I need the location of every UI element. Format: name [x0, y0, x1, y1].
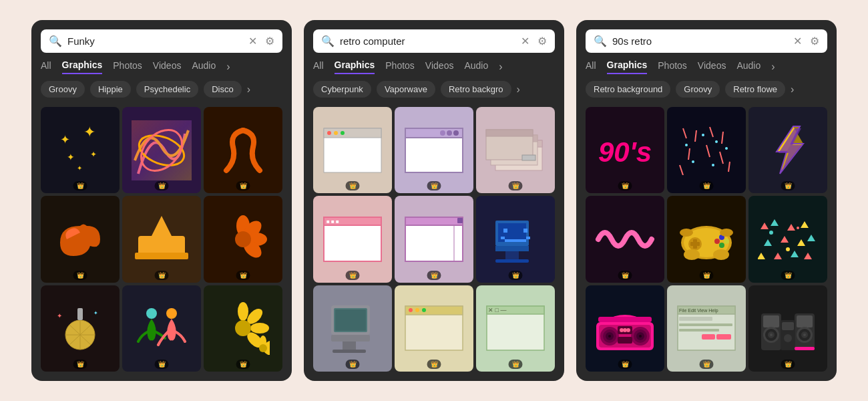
svg-rect-51 — [486, 130, 533, 136]
tab-audio[interactable]: Audio — [464, 60, 488, 74]
svg-rect-68 — [495, 246, 529, 251]
chip-disco[interactable]: Disco — [204, 81, 242, 98]
grid-item[interactable]: File Edit View Help 👑 — [667, 285, 746, 372]
svg-marker-127 — [758, 253, 765, 259]
grid-item[interactable]: 👑 — [476, 196, 555, 282]
grid-item[interactable]: 👑 — [204, 107, 282, 193]
chip-hippie[interactable]: Hippie — [90, 81, 131, 98]
svg-text:✦: ✦ — [67, 152, 75, 162]
grid-item[interactable]: 👑 — [748, 107, 827, 193]
svg-point-172 — [784, 334, 792, 342]
svg-marker-120 — [771, 219, 779, 226]
tabs-more[interactable]: › — [226, 61, 230, 73]
tab-all[interactable]: All — [41, 60, 51, 74]
grid-item[interactable]: 👑 — [122, 285, 201, 372]
grid-item[interactable]: ✕ □ — 👑 — [476, 285, 555, 372]
panels-container: 🔍 ✕ ⚙ All Graphics Photos Videos Audio ›… — [11, 0, 857, 401]
svg-point-115 — [680, 229, 693, 237]
chip-retro-bg[interactable]: Retro backgro — [441, 81, 511, 98]
tab-all[interactable]: All — [313, 60, 324, 74]
tab-audio[interactable]: Audio — [192, 60, 216, 74]
svg-rect-173 — [795, 347, 815, 350]
grid-item[interactable]: 👑 — [586, 196, 664, 282]
tab-audio[interactable]: Audio — [736, 60, 761, 74]
svg-rect-78 — [405, 306, 463, 315]
svg-point-118 — [713, 249, 729, 260]
svg-line-93 — [680, 165, 683, 175]
chip-retro-bg[interactable]: Retro background — [586, 81, 670, 98]
grid-item[interactable]: 👑 — [748, 285, 827, 372]
tab-graphics[interactable]: Graphics — [62, 59, 103, 74]
grid-item[interactable]: 👑 — [395, 107, 473, 193]
search-input-retro[interactable] — [340, 35, 515, 47]
tab-graphics[interactable]: Graphics — [607, 59, 648, 74]
grid-item[interactable]: 90's 👑 — [586, 107, 664, 193]
grid-item[interactable]: 👑 — [395, 196, 473, 282]
crown-badge: 👑 — [427, 271, 441, 280]
grid-item[interactable]: 👑 — [122, 107, 201, 193]
chips-more[interactable]: › — [247, 84, 250, 96]
chip-groovy[interactable]: Groovy — [41, 81, 85, 98]
svg-point-95 — [685, 144, 688, 146]
tab-videos[interactable]: Videos — [153, 60, 182, 74]
svg-marker-129 — [791, 251, 799, 257]
chip-retro-flower[interactable]: Retro flowe — [725, 81, 785, 98]
search-input-funky[interactable] — [67, 35, 243, 47]
search-icon: 🔍 — [321, 35, 335, 47]
svg-rect-52 — [522, 155, 535, 160]
chips-more[interactable]: › — [517, 84, 520, 96]
grid-item[interactable]: 👑 — [204, 285, 282, 372]
grid-item[interactable]: 👑 — [395, 285, 473, 372]
filter-icon[interactable]: ⚙ — [537, 35, 547, 47]
svg-marker-121 — [787, 224, 795, 231]
filter-icon[interactable]: ⚙ — [265, 35, 274, 47]
crown-badge: 👑 — [781, 360, 795, 369]
tab-videos[interactable]: Videos — [425, 60, 454, 74]
grid-item[interactable]: 👑 — [204, 196, 282, 282]
svg-line-94 — [728, 162, 730, 172]
search-bar-funky: 🔍 ✕ ⚙ — [41, 29, 282, 53]
tabs-more[interactable]: › — [499, 61, 502, 73]
grid-item[interactable]: 👑 — [313, 107, 392, 193]
chip-groovy[interactable]: Groovy — [676, 81, 720, 98]
grid-item[interactable]: 👑 — [586, 285, 664, 372]
chip-cyberpunk[interactable]: Cyberpunk — [313, 81, 371, 98]
clear-icon[interactable]: ✕ — [793, 35, 802, 47]
grid-item[interactable]: 👑 — [122, 196, 201, 282]
svg-point-44 — [447, 130, 452, 136]
svg-point-143 — [639, 335, 642, 338]
filter-icon[interactable]: ⚙ — [810, 35, 819, 47]
tab-all[interactable]: All — [586, 60, 596, 74]
svg-line-90 — [688, 148, 690, 160]
chip-psychedelic[interactable]: Psychedelic — [136, 81, 198, 98]
tab-photos[interactable]: Photos — [113, 60, 142, 74]
svg-rect-67 — [526, 237, 530, 239]
grid-item[interactable]: 👑 — [476, 107, 555, 193]
svg-point-169 — [803, 333, 806, 336]
grid-item[interactable]: ✦ ✦ ✦ ✦ ✦ 👑 — [41, 107, 120, 193]
chip-vaporwave[interactable]: Vaporwave — [377, 81, 435, 98]
grid-item[interactable]: 👑 — [667, 107, 746, 193]
panel-funky: 🔍 ✕ ⚙ All Graphics Photos Videos Audio ›… — [31, 20, 292, 381]
clear-icon[interactable]: ✕ — [248, 35, 257, 47]
tabs-more[interactable]: › — [771, 61, 775, 73]
grid-item[interactable]: 👑 — [667, 196, 746, 282]
svg-rect-156 — [716, 334, 731, 340]
crown-badge: 👑 — [155, 360, 169, 369]
grid-item[interactable]: ✦ ✦ 👑 — [41, 285, 120, 372]
chips-retro: Cyberpunk Vaporwave Retro backgro › — [304, 81, 564, 98]
search-input-90s[interactable] — [612, 35, 788, 47]
clear-icon[interactable]: ✕ — [521, 35, 529, 47]
svg-point-111 — [714, 239, 720, 244]
chips-more[interactable]: › — [791, 84, 794, 96]
grid-item[interactable]: 👑 — [313, 285, 392, 372]
svg-marker-122 — [801, 221, 809, 228]
tab-photos[interactable]: Photos — [658, 60, 687, 74]
grid-item[interactable]: ■ ■ ■ 👑 — [313, 196, 392, 282]
grid-item[interactable]: 👑 — [748, 196, 827, 282]
tab-graphics[interactable]: Graphics — [335, 59, 375, 74]
tab-photos[interactable]: Photos — [385, 60, 415, 74]
grid-item[interactable]: 👑 — [41, 196, 120, 282]
tab-videos[interactable]: Videos — [698, 60, 726, 74]
svg-text:✕ □ —: ✕ □ — — [488, 307, 506, 313]
